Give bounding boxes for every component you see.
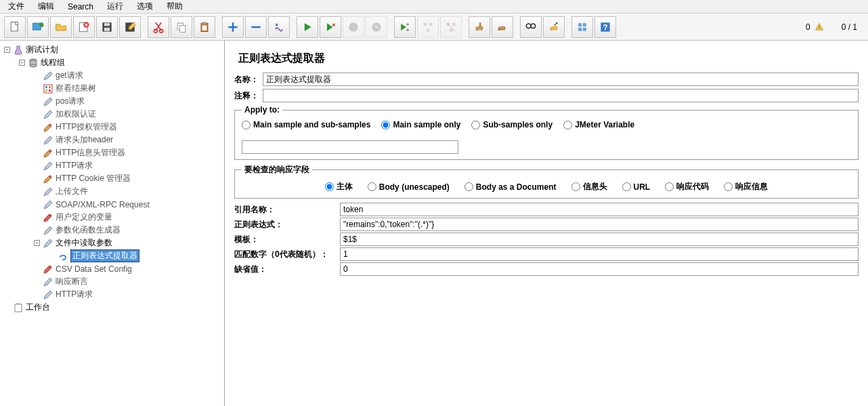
svg-point-16	[349, 22, 357, 31]
function-helper-button[interactable]	[571, 16, 593, 38]
tree-item[interactable]: HTTP请求	[56, 289, 93, 300]
tree-item[interactable]: 请求头加header	[56, 134, 113, 146]
menu-edit[interactable]: 编辑	[32, 0, 60, 14]
templates-button[interactable]	[27, 16, 49, 38]
tree-item[interactable]: HTTP Cookie 管理器	[56, 173, 131, 184]
tree-file-param[interactable]: 文件中读取参数	[56, 237, 112, 249]
apply-jmeter-var[interactable]: JMeter Variable	[563, 120, 634, 129]
clear-all-button[interactable]	[492, 16, 513, 38]
remote-start-all-button[interactable]	[417, 16, 439, 38]
tree-item[interactable]: 察看结果树	[56, 83, 96, 94]
svg-rect-45	[49, 89, 51, 92]
cut-button[interactable]	[148, 16, 169, 38]
new-file-button[interactable]	[4, 16, 26, 38]
field-body-document[interactable]: Body as a Document	[464, 182, 557, 192]
node-icon	[43, 225, 53, 236]
tree-toggle[interactable]: −	[19, 60, 25, 66]
svg-rect-6	[104, 23, 110, 26]
menu-run[interactable]: 运行	[102, 0, 129, 14]
tree-thread-group[interactable]: 线程组	[41, 57, 65, 68]
tree-selected-node[interactable]: 正则表达式提取器	[70, 249, 139, 262]
svg-rect-44	[45, 89, 47, 92]
match-no-input[interactable]	[340, 247, 859, 261]
menu-options[interactable]: 选项	[131, 0, 158, 14]
node-icon	[43, 96, 53, 107]
template-input[interactable]	[340, 232, 859, 246]
svg-point-19	[407, 28, 409, 31]
ref-name-input[interactable]	[340, 203, 859, 216]
save-as-button[interactable]	[119, 16, 141, 38]
tree-root-label[interactable]: 测试计划	[26, 44, 58, 56]
comment-input[interactable]	[263, 89, 859, 102]
tree-item[interactable]: SOAP/XML-RPC Request	[56, 200, 150, 209]
reset-search-button[interactable]	[543, 16, 565, 38]
svg-rect-33	[578, 27, 582, 31]
expand-button[interactable]	[222, 16, 244, 38]
panel-title: 正则表达式提取器	[238, 52, 859, 66]
comment-label: 注释：	[234, 90, 263, 102]
svg-point-24	[452, 22, 456, 26]
svg-rect-15	[202, 25, 207, 31]
shutdown-button[interactable]	[366, 16, 387, 38]
help-button[interactable]: ?	[594, 16, 616, 38]
default-label: 缺省值：	[234, 264, 336, 275]
template-label: 模板：	[234, 234, 336, 245]
node-icon	[43, 135, 53, 146]
stop-button[interactable]	[343, 16, 364, 38]
apply-main-only[interactable]: Main sample only	[381, 120, 460, 129]
svg-rect-32	[583, 23, 586, 26]
apply-sub-only[interactable]: Sub-samples only	[471, 120, 552, 129]
ref-name-label: 引用名称：	[234, 204, 336, 216]
tree-item[interactable]: HTTP授权管理器	[56, 121, 117, 133]
default-input[interactable]	[340, 262, 859, 276]
search-button[interactable]	[520, 16, 542, 38]
close-button[interactable]	[73, 16, 95, 38]
tree-toggle[interactable]: −	[4, 47, 10, 53]
name-input[interactable]	[263, 73, 859, 86]
tree-item[interactable]: 加权限认证	[56, 108, 96, 120]
tree-workbench[interactable]: 工作台	[26, 302, 50, 313]
menu-search[interactable]: Search	[62, 1, 99, 13]
node-icon	[43, 122, 53, 133]
tree-item[interactable]: CSV Data Set Config	[56, 264, 132, 274]
tree-item[interactable]: 参数化函数生成器	[56, 224, 121, 236]
start-button[interactable]	[297, 16, 318, 38]
svg-rect-0	[11, 22, 18, 31]
clear-button[interactable]	[469, 16, 490, 38]
tree-item[interactable]: 响应断言	[56, 276, 88, 287]
save-button[interactable]	[96, 16, 118, 38]
tree-item[interactable]: pos请求	[56, 96, 85, 107]
thread-count: 0 / 1	[842, 22, 857, 32]
field-headers[interactable]: 信息头	[571, 181, 607, 192]
tree-item[interactable]: 上传文件	[56, 186, 88, 197]
svg-rect-41	[44, 85, 52, 93]
apply-main-sub[interactable]: Main sample and sub-samples	[242, 120, 370, 129]
regex-input[interactable]	[340, 218, 859, 231]
field-response-msg[interactable]: 响应信息	[724, 181, 768, 192]
menu-file[interactable]: 文件	[3, 0, 30, 14]
collapse-button[interactable]	[245, 16, 267, 38]
toggle-button[interactable]	[268, 16, 290, 38]
svg-point-22	[427, 28, 430, 31]
field-body[interactable]: 主体	[325, 181, 353, 192]
test-plan-tree[interactable]: − 测试计划 − 线程组 get请求察看结果树pos请求加权限认证HTTP授权管…	[0, 41, 225, 406]
jmeter-variable-input[interactable]	[242, 140, 458, 154]
menu-help[interactable]: 帮助	[161, 0, 188, 14]
open-button[interactable]	[50, 16, 72, 38]
svg-rect-34	[583, 27, 586, 31]
start-no-timers-button[interactable]	[320, 16, 341, 38]
tree-item[interactable]: HTTP请求	[56, 160, 93, 171]
paste-button[interactable]	[194, 16, 215, 38]
copy-button[interactable]	[171, 16, 192, 38]
warning-count: 0	[806, 22, 810, 32]
field-body-unescaped[interactable]: Body (unescaped)	[368, 182, 450, 192]
tree-toggle[interactable]: −	[34, 240, 40, 246]
tree-item[interactable]: HTTP信息头管理器	[56, 147, 125, 159]
field-url[interactable]: URL	[622, 182, 651, 192]
tree-item[interactable]: get请求	[56, 70, 83, 81]
tree-item[interactable]: 用户定义的变量	[56, 211, 112, 223]
remote-stop-all-button[interactable]	[440, 16, 462, 38]
remote-start-button[interactable]	[394, 16, 416, 38]
field-response-code[interactable]: 响应代码	[665, 181, 709, 192]
response-field-fieldset: 要检查的响应字段 主体 Body (unescaped) Body as a D…	[234, 164, 859, 199]
